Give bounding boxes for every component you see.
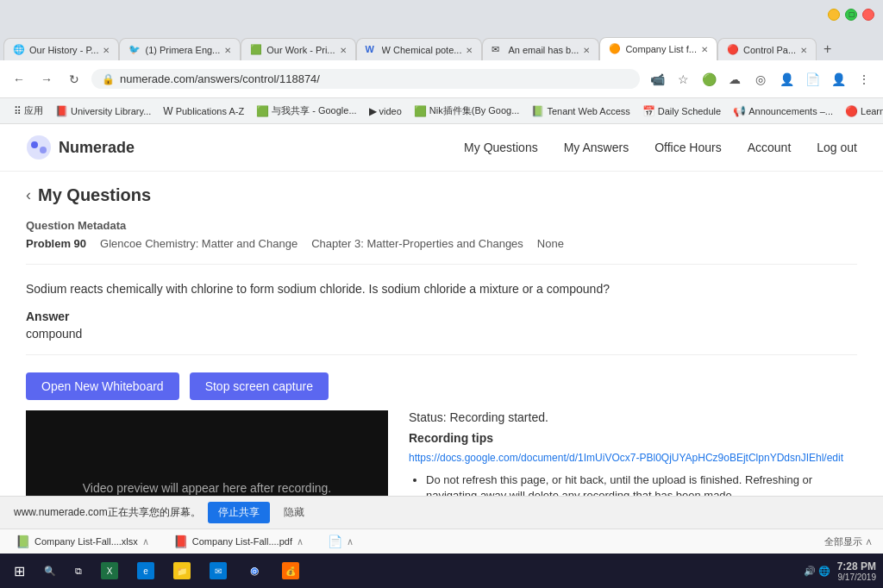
chrome-icon[interactable]: ◎ bbox=[750, 69, 771, 90]
chrome-taskbar[interactable]: ◎ bbox=[239, 559, 270, 583]
bookmark-library[interactable]: 📕 University Library... bbox=[50, 103, 156, 119]
bookmark-apps[interactable]: ⠿ 应用 bbox=[9, 103, 48, 119]
edge-taskbar[interactable]: e bbox=[130, 559, 161, 583]
tab-close-icon[interactable]: ✕ bbox=[701, 45, 708, 54]
question-body: Sodium reacts chemically with chlorine t… bbox=[0, 272, 883, 306]
tab-favicon: 🐦 bbox=[128, 44, 141, 56]
stop-capture-button[interactable]: Stop screen capture bbox=[190, 372, 329, 400]
tab-email[interactable]: ✉ An email has b... ✕ bbox=[482, 38, 599, 60]
stop-share-button[interactable]: 停止共享 bbox=[208, 502, 270, 523]
new-tab-button[interactable]: + bbox=[817, 38, 838, 60]
bookmark-share[interactable]: 🟩 与我共享 - Google... bbox=[251, 103, 361, 119]
video-icon[interactable]: 📹 bbox=[647, 69, 667, 90]
tab-chemical[interactable]: W W Chemical pote... ✕ bbox=[356, 38, 483, 60]
nav-my-answers[interactable]: My Answers bbox=[564, 141, 629, 154]
open-files-bar: 📗 Company List-Fall....xlsx ∧ 📕 Company … bbox=[0, 529, 883, 554]
file-expand-icon-2[interactable]: ∧ bbox=[297, 536, 304, 547]
answer-value: compound bbox=[26, 327, 857, 341]
excel-icon: X bbox=[101, 562, 118, 579]
task-view[interactable]: ⧉ bbox=[68, 562, 89, 580]
pdf-icon[interactable]: 📄 bbox=[802, 69, 823, 90]
star-icon[interactable]: ☆ bbox=[673, 69, 693, 90]
tab-close-icon[interactable]: ✕ bbox=[340, 46, 347, 55]
bookmark-video[interactable]: ▶ video bbox=[364, 103, 407, 119]
taskbar-icons-area: 🔊 🌐 bbox=[804, 566, 830, 577]
tab-close-icon[interactable]: ✕ bbox=[224, 46, 231, 55]
open-whiteboard-button[interactable]: Open New Whiteboard bbox=[26, 372, 179, 400]
profile-icon[interactable]: 👤 bbox=[776, 69, 797, 90]
schedule-icon: 📅 bbox=[642, 105, 655, 117]
nav-account[interactable]: Account bbox=[748, 141, 792, 154]
problem-number-field: Problem 90 bbox=[26, 237, 86, 250]
start-button[interactable]: ⊞ bbox=[7, 560, 32, 583]
minimize-button[interactable] bbox=[828, 9, 840, 21]
status-value: Recording started. bbox=[449, 410, 548, 424]
blank-file-icon: 📄 bbox=[328, 535, 342, 548]
user-circle-icon[interactable]: 👤 bbox=[828, 69, 849, 90]
open-file-2[interactable]: 📕 Company List-Fall....pdf ∧ bbox=[168, 533, 309, 550]
open-file-3[interactable]: 📄 ∧ bbox=[323, 533, 359, 550]
tab-label: Our History - P... bbox=[29, 45, 98, 55]
bookmark-tenant[interactable]: 📗 Tenant Web Access bbox=[526, 103, 635, 119]
taskbar-right: 🔊 🌐 7:28 PM 9/17/2019 bbox=[804, 560, 876, 582]
forward-nav-button[interactable]: → bbox=[36, 69, 57, 90]
excel-taskbar[interactable]: X bbox=[94, 559, 125, 583]
windows-taskbar: ⊞ 🔍 ⧉ X e 📁 ✉ ◎ 💰 bbox=[0, 554, 883, 583]
tab-control[interactable]: 🔴 Control Pa... ✕ bbox=[717, 38, 817, 60]
tab-close-icon[interactable]: ✕ bbox=[800, 46, 807, 55]
action-buttons: Open New Whiteboard Stop screen capture bbox=[0, 362, 883, 410]
bookmark-schedule[interactable]: 📅 Daily Schedule bbox=[637, 103, 726, 119]
reload-button[interactable]: ↻ bbox=[64, 69, 85, 90]
textbook-field: Glencoe Chemistry: Matter and Change bbox=[100, 237, 297, 250]
file-name-1: Company List-Fall....xlsx bbox=[34, 536, 138, 547]
tab-our-history[interactable]: 🌐 Our History - P... ✕ bbox=[3, 38, 119, 60]
site-logo[interactable]: Numerade bbox=[26, 134, 135, 160]
restore-button[interactable]: ☐ bbox=[845, 9, 857, 21]
tab-close-icon[interactable]: ✕ bbox=[583, 46, 590, 55]
hide-share-button[interactable]: 隐藏 bbox=[277, 502, 311, 523]
back-arrow-icon[interactable]: ‹ bbox=[26, 186, 31, 204]
bookmark-publications[interactable]: W Publications A-Z bbox=[158, 103, 249, 119]
mail-taskbar[interactable]: ✉ bbox=[203, 559, 234, 583]
tips-link[interactable]: https://docs.google.com/document/d/1ImUi… bbox=[409, 452, 857, 464]
cloud-icon[interactable]: ☁ bbox=[724, 69, 745, 90]
tab-favicon: W bbox=[366, 44, 378, 56]
site-nav: Numerade My Questions My Answers Office … bbox=[0, 124, 883, 172]
learn-icon: 🔴 bbox=[845, 105, 858, 117]
bookmark-learn[interactable]: 🔴 Learn@Illinois bbox=[840, 103, 883, 119]
share-banner-text: www.numerade.com正在共享您的屏幕。 bbox=[14, 505, 201, 520]
tab-our-work[interactable]: 🟩 Our Work - Pri... ✕ bbox=[241, 38, 355, 60]
nav-office-hours[interactable]: Office Hours bbox=[654, 141, 722, 154]
search-taskbar[interactable]: 🔍 bbox=[37, 562, 63, 580]
file-expand-icon-3[interactable]: ∧ bbox=[347, 536, 354, 547]
address-bar: ← → ↻ 🔒 numerade.com/answers/control/118… bbox=[0, 60, 883, 98]
nav-logout[interactable]: Log out bbox=[817, 141, 857, 154]
tab-favicon: ✉ bbox=[492, 44, 504, 56]
tab-close-icon[interactable]: ✕ bbox=[466, 46, 473, 55]
xlsx-icon: 📗 bbox=[16, 535, 30, 548]
svg-point-1 bbox=[31, 141, 38, 148]
share-banner: www.numerade.com正在共享您的屏幕。 停止共享 隐藏 bbox=[0, 496, 883, 529]
open-files-show-all[interactable]: 全部显示 ∧ bbox=[824, 535, 873, 548]
wallet-taskbar[interactable]: 💰 bbox=[275, 559, 306, 583]
task-view-icon: ⧉ bbox=[75, 566, 82, 577]
tab-primera[interactable]: 🐦 (1) Primera Eng... ✕ bbox=[119, 38, 241, 60]
explorer-taskbar[interactable]: 📁 bbox=[166, 559, 197, 583]
chrome-taskbar-icon: ◎ bbox=[246, 562, 263, 579]
puzzle-icon[interactable]: 🟢 bbox=[698, 69, 719, 90]
wallet-icon: 💰 bbox=[282, 562, 299, 579]
back-nav-button[interactable]: ← bbox=[9, 69, 29, 90]
more-icon[interactable]: ⋮ bbox=[854, 69, 874, 90]
url-bar[interactable]: 🔒 numerade.com/answers/control/118874/ bbox=[91, 69, 640, 89]
library-icon: 📕 bbox=[55, 105, 68, 117]
announcements-icon: 📢 bbox=[733, 105, 746, 117]
svg-point-0 bbox=[27, 135, 51, 160]
tab-company-list[interactable]: 🟠 Company List f... ✕ bbox=[599, 37, 717, 60]
bookmark-announcements[interactable]: 📢 Announcements –... bbox=[728, 103, 838, 119]
close-button[interactable] bbox=[862, 9, 874, 21]
nav-my-questions[interactable]: My Questions bbox=[464, 141, 538, 154]
file-expand-icon-1[interactable]: ∧ bbox=[142, 536, 149, 547]
open-file-1[interactable]: 📗 Company List-Fall....xlsx ∧ bbox=[10, 533, 154, 550]
bookmark-nik[interactable]: 🟩 Nik插件集(By Goog... bbox=[409, 103, 525, 119]
tab-close-icon[interactable]: ✕ bbox=[103, 46, 110, 55]
